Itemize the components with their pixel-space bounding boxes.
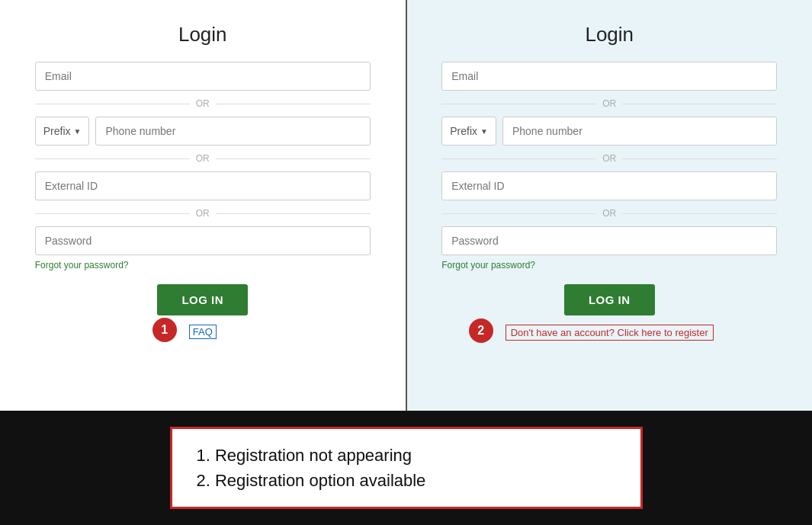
chevron-down-icon: ▼: [480, 127, 488, 136]
right-email-input[interactable]: [441, 62, 777, 91]
left-or-divider-2: OR: [35, 153, 371, 164]
right-password-group: [441, 226, 777, 255]
left-faq-link[interactable]: FAQ: [189, 325, 217, 339]
right-phone-row: Prefix ▼: [441, 117, 777, 146]
left-password-group: [35, 226, 371, 255]
note-line-2: 2. Registration option available: [197, 468, 616, 493]
left-forgot-password-link[interactable]: Forgot your password?: [35, 260, 371, 271]
right-external-id-group: [441, 171, 777, 200]
left-phone-input[interactable]: [95, 117, 370, 146]
left-email-input[interactable]: [35, 62, 371, 91]
left-external-id-group: [35, 171, 371, 200]
right-or-divider-2: OR: [441, 153, 777, 164]
right-login-button[interactable]: LOG IN: [564, 284, 655, 315]
note-line-1: 1. Registration not appearing: [197, 443, 616, 468]
bottom-note-section: 1. Registration not appearing 2. Registr…: [0, 411, 812, 525]
right-email-group: [441, 62, 777, 91]
right-or-divider-3: OR: [441, 208, 777, 219]
left-email-group: [35, 62, 371, 91]
left-action-row: 1 FAQ: [189, 320, 217, 339]
right-form: OR Prefix ▼ OR OR Forgot your passwo: [441, 62, 777, 271]
note-box: 1. Registration not appearing 2. Registr…: [170, 427, 643, 509]
left-actions: LOG IN 1 FAQ: [157, 274, 248, 339]
left-panel-title: Login: [178, 23, 227, 46]
left-external-id-input[interactable]: [35, 171, 371, 200]
left-prefix-select[interactable]: Prefix ▼: [35, 117, 90, 146]
right-actions: LOG IN 2 Don't have an account? Click he…: [505, 274, 714, 341]
right-or-divider-1: OR: [441, 98, 777, 109]
left-or-divider-1: OR: [35, 98, 371, 109]
right-external-id-input[interactable]: [441, 171, 777, 200]
annotation-2: 2: [469, 319, 493, 343]
right-register-link[interactable]: Don't have an account? Click here to reg…: [505, 325, 714, 341]
left-login-button[interactable]: LOG IN: [157, 284, 248, 315]
right-panel-title: Login: [585, 23, 634, 46]
right-login-panel: Login OR Prefix ▼ OR OR: [407, 0, 813, 411]
left-form: OR Prefix ▼ OR OR Forgot your passwo: [35, 62, 371, 271]
left-or-divider-3: OR: [35, 208, 371, 219]
right-action-row: 2 Don't have an account? Click here to r…: [505, 320, 714, 341]
left-password-input[interactable]: [35, 226, 371, 255]
right-phone-input[interactable]: [502, 117, 777, 146]
annotation-1: 1: [152, 318, 177, 342]
chevron-down-icon: ▼: [74, 127, 82, 136]
right-password-input[interactable]: [441, 226, 777, 255]
left-login-panel: Login OR Prefix ▼ OR OR: [0, 0, 407, 411]
right-prefix-select[interactable]: Prefix ▼: [441, 117, 496, 146]
left-phone-row: Prefix ▼: [35, 117, 371, 146]
right-forgot-password-link[interactable]: Forgot your password?: [441, 260, 777, 271]
